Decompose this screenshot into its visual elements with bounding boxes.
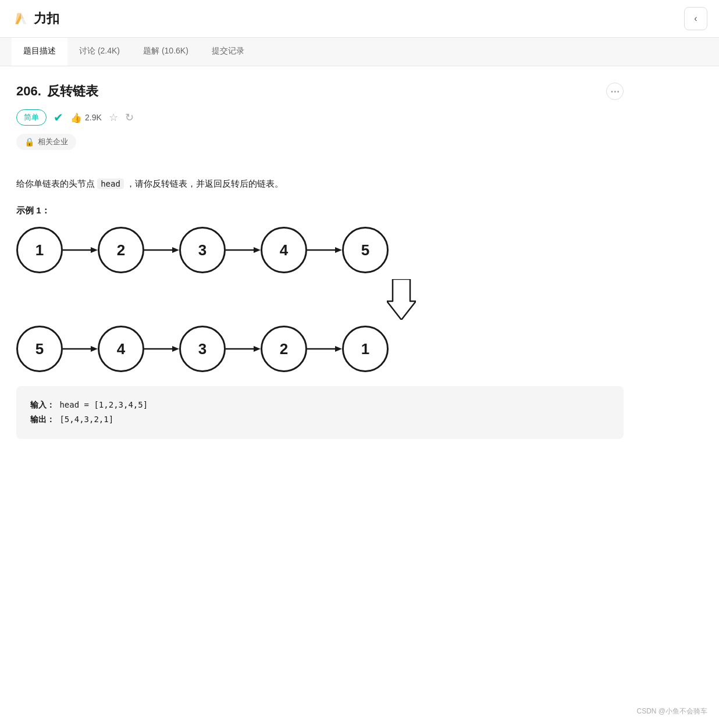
svg-marker-6 [172, 247, 179, 253]
svg-marker-13 [91, 346, 98, 352]
output-value: [5,4,3,2,1] [59, 415, 113, 424]
node-4-bottom: 4 [98, 326, 144, 372]
header: 力扣 ‹ [0, 0, 719, 38]
tab-discussion[interactable]: 讨论 (2.4K) [67, 38, 131, 66]
node-2-bottom: 2 [261, 326, 307, 372]
svg-marker-15 [172, 346, 179, 352]
code-inline-head: head [97, 179, 124, 189]
company-tag-row: 🔒 相关企业 [16, 134, 624, 163]
main-content: 206. 反转链表 ⋯ 简单 ✔ 👍 2.9K ☆ ↻ 🔒 相关企业 给你单链表… [0, 66, 640, 462]
problem-title-row: 206. 反转链表 ⋯ [16, 83, 624, 100]
arrow-b-2 [144, 343, 179, 355]
code-block: 输入： head = [1,2,3,4,5] 输出： [5,4,3,2,1] [16, 386, 624, 438]
problem-title: 206. 反转链表 [16, 83, 98, 100]
input-label: 输入： [30, 400, 55, 409]
thumb-up-icon: 👍 [70, 112, 82, 123]
example1-title: 示例 1： [16, 205, 624, 216]
logo-text: 力扣 [34, 10, 59, 27]
output-line: 输出： [5,4,3,2,1] [30, 412, 610, 427]
tab-description[interactable]: 题目描述 [12, 38, 67, 66]
more-button[interactable]: ⋯ [606, 83, 624, 100]
tab-submissions[interactable]: 提交记录 [200, 38, 256, 66]
more-icon: ⋯ [610, 86, 620, 97]
input-line: 输入： head = [1,2,3,4,5] [30, 398, 610, 412]
node-4-top: 4 [261, 227, 307, 273]
back-icon: ‹ [694, 13, 697, 24]
svg-marker-1 [21, 13, 27, 24]
svg-marker-19 [335, 346, 342, 352]
company-tag[interactable]: 🔒 相关企业 [16, 134, 76, 150]
output-label: 输出： [30, 415, 55, 424]
arrow-2-3 [144, 244, 179, 256]
chain-top: 1 2 3 4 5 [16, 227, 624, 273]
arrow-1-2 [63, 244, 98, 256]
svg-marker-8 [254, 247, 261, 253]
svg-marker-17 [254, 346, 261, 352]
diagram: 1 2 3 4 5 [16, 227, 624, 372]
logo-icon [12, 9, 30, 28]
chain-bottom: 5 4 3 2 1 [16, 326, 624, 372]
arrow-3-4 [226, 244, 261, 256]
node-3-bottom: 3 [179, 326, 226, 372]
refresh-icon[interactable]: ↻ [125, 111, 134, 124]
svg-marker-4 [91, 247, 98, 253]
star-icon[interactable]: ☆ [109, 111, 118, 124]
lock-icon: 🔒 [24, 137, 34, 147]
node-1-bottom: 1 [342, 326, 389, 372]
arrow-4-5 [307, 244, 342, 256]
arrow-b-1 [63, 343, 98, 355]
node-5-bottom: 5 [16, 326, 63, 372]
svg-marker-10 [335, 247, 342, 253]
like-section: 👍 2.9K [70, 112, 102, 123]
logo[interactable]: 力扣 [12, 9, 59, 28]
problem-description: 给你单链表的头节点 head ，请你反转链表，并返回反转后的链表。 [16, 176, 624, 191]
svg-marker-11 [387, 279, 416, 320]
arrow-b-3 [226, 343, 261, 355]
node-5-top: 5 [342, 227, 389, 273]
company-tag-label: 相关企业 [38, 137, 68, 147]
node-3-top: 3 [179, 227, 226, 273]
arrow-b-4 [307, 343, 342, 355]
down-arrow-icon [387, 279, 416, 320]
down-arrow-container [16, 279, 624, 320]
input-value: head = [1,2,3,4,5] [59, 400, 148, 409]
back-button[interactable]: ‹ [684, 7, 707, 30]
tabs-bar: 题目描述 讨论 (2.4K) 题解 (10.6K) 提交记录 [0, 38, 719, 66]
node-1-top: 1 [16, 227, 63, 273]
meta-row: 简单 ✔ 👍 2.9K ☆ ↻ [16, 109, 624, 126]
like-count: 2.9K [85, 113, 102, 122]
check-icon: ✔ [54, 110, 63, 124]
tab-solutions[interactable]: 题解 (10.6K) [131, 38, 200, 66]
difficulty-badge: 简单 [16, 109, 47, 126]
node-2-top: 2 [98, 227, 144, 273]
